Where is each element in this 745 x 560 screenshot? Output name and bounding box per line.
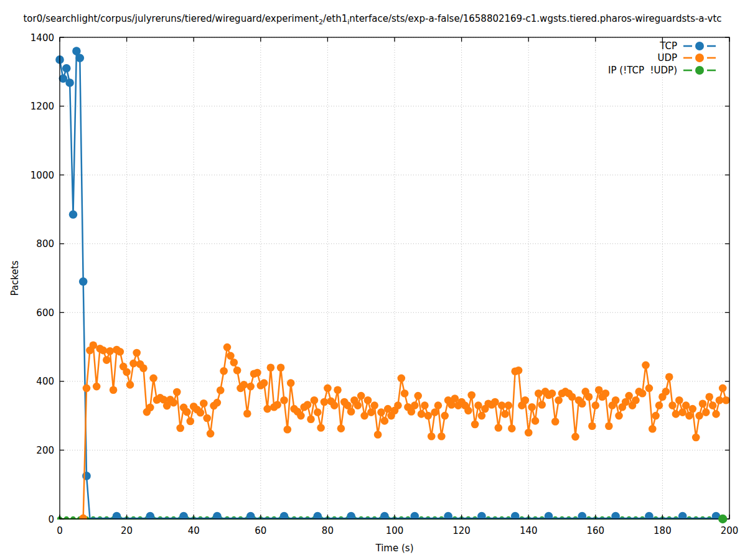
svg-text:140: 140 [520, 525, 538, 536]
svg-text:200: 200 [721, 525, 739, 536]
svg-text:0: 0 [48, 514, 54, 525]
udp-series [79, 342, 729, 523]
svg-text:20: 20 [121, 525, 133, 536]
legend-row-ip: IP (!TCP !UDP) [608, 64, 716, 77]
svg-text:0: 0 [57, 525, 63, 536]
svg-text:40: 40 [188, 525, 200, 536]
svg-text:100: 100 [386, 525, 404, 536]
svg-text:1000: 1000 [30, 170, 54, 181]
svg-text:800: 800 [36, 238, 54, 250]
svg-text:1400: 1400 [30, 32, 54, 44]
tcp-series [55, 47, 726, 520]
legend: TCPUDPIP (!TCP !UDP) [608, 40, 716, 77]
ip-end-marker [718, 515, 727, 523]
legend-label: TCP [660, 40, 677, 52]
tick-labels: 0200400600800100012001400020406080100120… [30, 32, 739, 537]
legend-sample-icon [683, 52, 716, 63]
svg-text:1200: 1200 [30, 101, 54, 112]
svg-text:180: 180 [654, 525, 672, 536]
svg-text:600: 600 [36, 307, 54, 319]
legend-label: IP (!TCP !UDP) [608, 65, 677, 76]
svg-text:120: 120 [452, 525, 471, 536]
legend-row-udp: UDP [608, 52, 716, 65]
svg-text:200: 200 [36, 445, 54, 456]
chart-canvas: 0200400600800100012001400020406080100120… [0, 0, 745, 560]
svg-text:80: 80 [322, 525, 334, 536]
svg-text:160: 160 [586, 525, 604, 536]
legend-label: UDP [657, 52, 677, 63]
svg-text:400: 400 [36, 376, 54, 387]
svg-text:60: 60 [255, 525, 266, 536]
legend-sample-icon [683, 65, 716, 76]
gridlines [60, 37, 729, 519]
legend-row-tcp: TCP [608, 40, 716, 52]
legend-sample-icon [683, 40, 716, 52]
chart-page: { "chart_data": { "type": "line", "title… [0, 0, 745, 560]
